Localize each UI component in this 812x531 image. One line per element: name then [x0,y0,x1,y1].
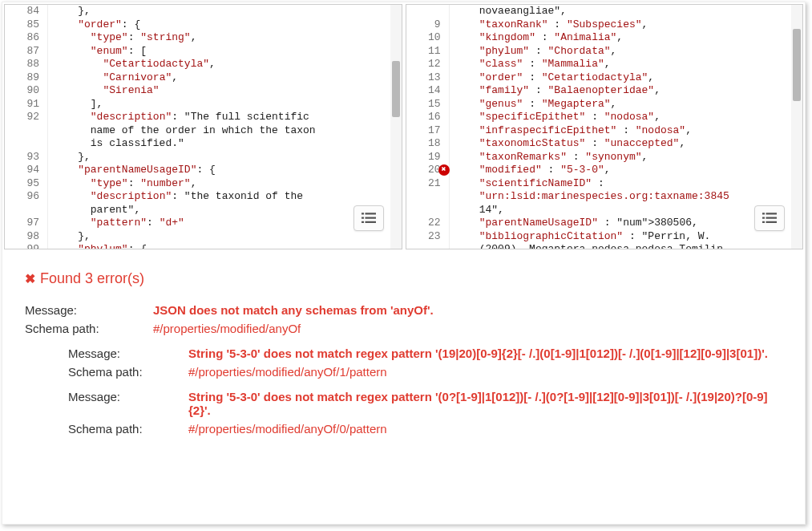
svg-rect-4 [362,221,364,223]
error-heading: ✖ Found 3 error(s) [25,270,789,287]
error-marker[interactable]: ✖ [438,164,450,176]
error-gutter: ✖ [438,5,453,249]
result-label: Schema path: [25,322,153,335]
result-row: Message:JSON does not match any schemas … [25,303,789,317]
list-button[interactable] [754,205,785,231]
editor-split: 84858687888990919293949596979899100 }, "… [2,2,805,251]
result-row: Schema path:#/properties/modified/anyOf [25,322,789,335]
instance-editor[interactable]: 91011121314151617181920212223 ✖ novaeang… [406,4,804,249]
error-details: Message:String '5-3-0' does not match re… [68,347,789,436]
svg-rect-11 [766,221,778,223]
result-label: Schema path: [68,422,188,436]
list-button[interactable] [353,205,384,231]
result-value: JSON does not match any schemas from 'an… [153,303,789,317]
svg-rect-5 [365,221,376,223]
result-row: Message:String '5-3-0' does not match re… [68,347,789,360]
result-value: String '5-3-0' does not match regex patt… [188,390,789,417]
svg-rect-2 [362,217,364,219]
line-gutter: 84858687888990919293949596979899100 [5,5,48,249]
list-icon [762,213,777,224]
scroll-thumb[interactable] [793,29,801,101]
result-row: Schema path:#/properties/modified/anyOf/… [68,365,789,379]
error-top: Message:JSON does not match any schemas … [25,303,789,335]
scrollbar[interactable] [390,5,402,249]
result-value: String '5-3-0' does not match regex patt… [188,347,789,360]
code-area[interactable]: }, "order": { "type": "string", "enum": … [53,5,390,249]
svg-rect-7 [766,213,778,214]
schema-editor[interactable]: 84858687888990919293949596979899100 }, "… [4,4,402,249]
result-value: #/properties/modified/anyOf [153,322,789,335]
error-x-icon: ✖ [25,271,35,286]
svg-rect-6 [762,213,765,214]
list-icon [362,213,376,224]
scroll-thumb[interactable] [392,61,400,117]
validation-results: ✖ Found 3 error(s) Message:JSON does not… [2,251,805,455]
svg-rect-8 [762,217,765,219]
code-area[interactable]: novaeangliae", "taxonRank" : "Subspecies… [454,5,792,249]
result-row: Message:String '5-3-0' does not match re… [68,390,789,417]
result-value: #/properties/modified/anyOf/0/pattern [188,422,789,436]
svg-rect-10 [762,221,765,223]
error-subblock: Message:String '5-3-0' does not match re… [68,390,789,436]
svg-rect-0 [362,213,364,214]
result-label: Message: [68,390,188,417]
result-value: #/properties/modified/anyOf/1/pattern [188,365,789,379]
result-row: Schema path:#/properties/modified/anyOf/… [68,422,789,436]
result-label: Schema path: [68,365,188,379]
result-label: Message: [25,303,153,317]
svg-rect-3 [365,217,376,219]
svg-rect-9 [766,217,778,219]
error-heading-text: Found 3 error(s) [40,270,144,287]
error-subblock: Message:String '5-3-0' does not match re… [68,347,789,379]
svg-rect-1 [365,213,376,214]
app-window: 84858687888990919293949596979899100 }, "… [2,2,806,525]
scrollbar[interactable] [791,5,802,249]
result-label: Message: [68,347,188,360]
